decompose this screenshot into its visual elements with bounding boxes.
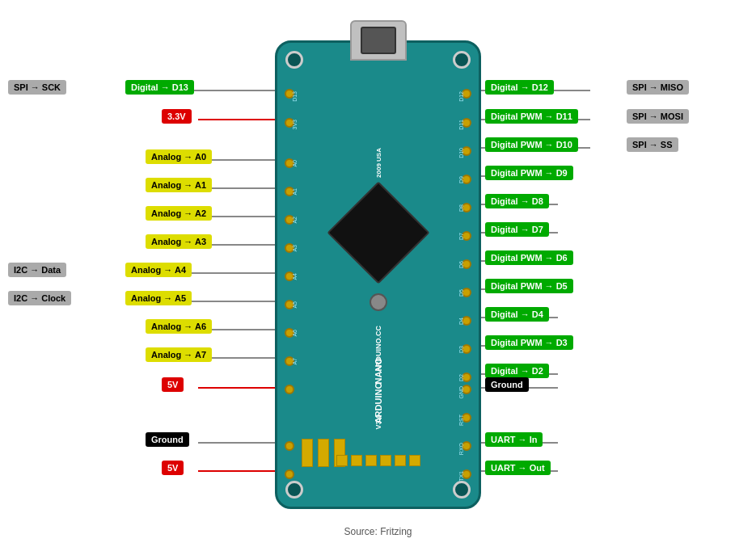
pin-label-a4-board: A4 — [292, 273, 298, 280]
corner-circle-bl — [285, 481, 303, 499]
icsp-connector — [336, 455, 420, 466]
label-i2c-data: I2C → Data — [8, 263, 66, 277]
pin-label-d9-board: D9 — [458, 176, 464, 183]
source-text: Source: Fritzing — [344, 526, 412, 537]
label-digital-d13: Digital → D13 — [125, 80, 194, 95]
usb-connector — [350, 20, 407, 61]
pin-label-3v3-board: 3V3 — [292, 120, 298, 129]
label-analog-a2: Analog → A2 — [146, 206, 212, 221]
icsp-pin-1 — [336, 455, 348, 466]
icsp-pin-5 — [395, 455, 406, 466]
pin-5v-left — [285, 385, 294, 394]
label-digital-pwm-d11: Digital PWM → D11 — [485, 109, 578, 124]
label-digital-d4: Digital → D4 — [485, 307, 549, 322]
icsp-pin-6 — [409, 455, 420, 466]
pin-label-tx1-board: TX1 — [458, 471, 464, 482]
label-digital-d2: Digital → D2 — [485, 364, 549, 378]
pin-label-d5-board: D5 — [458, 289, 464, 297]
pin-label-d6-board: D6 — [458, 261, 464, 268]
label-digital-d12: Digital → D12 — [485, 80, 554, 95]
pin-label-d12-board: D12 — [458, 91, 464, 102]
label-analog-a6: Analog → A6 — [146, 319, 212, 334]
pin-label-a3-board: A3 — [292, 245, 298, 252]
label-analog-a7: Analog → A7 — [146, 347, 212, 362]
pin-label-a0-board: A0 — [292, 160, 298, 167]
label-ground-bottom: Ground — [146, 432, 189, 447]
label-digital-d8: Digital → D8 — [485, 194, 549, 208]
label-spi-mosi: SPI → MOSI — [627, 109, 689, 124]
label-digital-d7: Digital → D7 — [485, 222, 549, 237]
label-spi-sck: SPI → SCK — [8, 80, 66, 95]
pin-label-d2-board: D2 — [458, 374, 464, 381]
label-5v-lower: 5V — [162, 377, 184, 392]
board-text-arduino-cc: ARDUINO.CC — [374, 326, 382, 372]
pin-label-d7-board: D7 — [458, 233, 464, 240]
board-text-2009-usa: 2009 USA — [374, 148, 382, 178]
pin-gnd-bottom — [285, 441, 294, 451]
corner-circle-tr — [453, 51, 471, 69]
label-spi-ss: SPI → SS — [627, 137, 678, 152]
label-digital-pwm-d9: Digital PWM → D9 — [485, 166, 573, 180]
pin-label-rst-board: RST — [458, 414, 464, 426]
pad-gnd — [318, 439, 329, 467]
pin-label-a5-board: A5 — [292, 301, 298, 309]
pin-label-a1-board: A1 — [292, 188, 298, 196]
label-analog-a1: Analog → A1 — [146, 178, 212, 192]
label-digital-pwm-d5: Digital PWM → D5 — [485, 279, 573, 293]
label-digital-pwm-d6: Digital PWM → D6 — [485, 250, 573, 265]
pin-label-d13-board: D13 — [292, 91, 298, 102]
label-analog-a4: Analog → A4 — [125, 263, 192, 277]
label-digital-pwm-d10: Digital PWM → D10 — [485, 137, 578, 152]
arduino-board: 2009 USA NANO ARDUINO V3.0 ARDUINO.CC — [275, 40, 481, 509]
pin-label-gnd-board: GND — [458, 386, 464, 399]
pad-rst — [302, 439, 313, 467]
label-spi-miso: SPI → MISO — [627, 80, 689, 95]
corner-circle-tl — [285, 51, 303, 69]
pin-label-d11-board: D11 — [458, 120, 464, 130]
main-container: 2009 USA NANO ARDUINO V3.0 ARDUINO.CC — [0, 0, 756, 547]
board-text-v3: V3.0 — [374, 414, 382, 430]
pin-label-a6-board: A6 — [292, 330, 298, 337]
label-3v3: 3.3V — [162, 109, 192, 124]
label-analog-a3: Analog → A3 — [146, 234, 212, 249]
label-digital-pwm-d3: Digital PWM → D3 — [485, 335, 573, 350]
reset-button[interactable] — [370, 293, 387, 311]
icsp-pin-3 — [365, 455, 377, 466]
pin-label-d8-board: D8 — [458, 204, 464, 212]
label-ground-mid: Ground — [485, 377, 529, 392]
corner-circle-br — [453, 481, 471, 499]
label-i2c-clock: I2C → Clock — [8, 291, 71, 305]
pin-label-a2-board: A2 — [292, 217, 298, 224]
pin-label-d4-board: D4 — [458, 318, 464, 325]
pin-5v-very-bottom — [285, 469, 294, 479]
pin-label-a7-board: A7 — [292, 358, 298, 365]
label-analog-a0: Analog → A0 — [146, 149, 212, 164]
ic-chip — [327, 181, 429, 284]
label-uart-out: UART → Out — [485, 461, 551, 475]
pin-label-d3-board: D3 — [458, 346, 464, 353]
label-5v-very-bottom: 5V — [162, 461, 184, 475]
pin-label-d10-board: D10 — [458, 148, 464, 158]
pin-label-rxo-board: RXO — [458, 443, 464, 455]
label-analog-a5: Analog → A5 — [125, 291, 192, 305]
label-uart-in: UART → In — [485, 432, 543, 447]
icsp-pin-4 — [380, 455, 391, 466]
icsp-pin-2 — [351, 455, 362, 466]
